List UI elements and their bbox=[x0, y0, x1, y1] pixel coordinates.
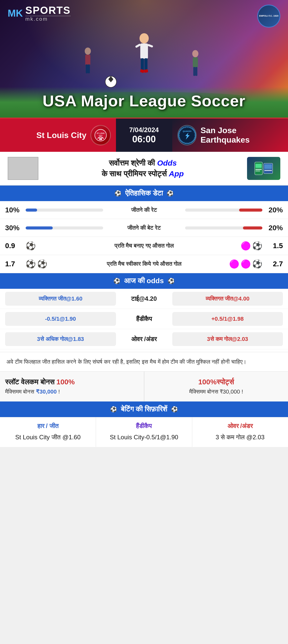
win-rate-bar-left bbox=[26, 209, 103, 212]
bonus-right-title: 100%स्पोर्ट्स bbox=[150, 378, 283, 386]
tie-odds-label[interactable]: टाई@4.20 bbox=[119, 295, 170, 302]
betting-rec-header: ⚽ बेटिंग की सिफ़ारिशें ⚽ bbox=[0, 401, 288, 417]
bonus-percent: 100% bbox=[56, 378, 75, 386]
svg-rect-32 bbox=[264, 170, 272, 171]
ball-blue-c1: ⚽ bbox=[26, 259, 36, 269]
under-odds-btn[interactable]: 3से कम गोल@2.03 bbox=[172, 332, 283, 346]
historical-section: ⚽ ऐतिहासिक डेटा ⚽ 10% जीतने की रेट 20% 3… bbox=[0, 186, 288, 273]
svg-rect-3 bbox=[135, 43, 141, 48]
ball-red-c3: ⚽ bbox=[252, 259, 262, 269]
svg-point-1 bbox=[140, 33, 149, 43]
match-header: St Louis City ST. LOUIS CITY 7/04/2024 0… bbox=[0, 119, 288, 152]
home-handicap-btn[interactable]: -0.5/1@1.90 bbox=[5, 312, 116, 326]
mk-letters: MK bbox=[8, 8, 23, 18]
description-box: अवे टीम फिलहाल जीत हासिल करने के लिए संघ… bbox=[0, 352, 288, 371]
bonus-left-title: स्लॉट वेलकम बोनस 100% bbox=[5, 378, 139, 386]
avg-goals-label: प्रति मैच बनाए गए औसत गोल bbox=[108, 243, 180, 249]
bet-win-rate-bar-left bbox=[26, 226, 103, 229]
home-win-odds-btn[interactable]: व्यक्तिगत जीत@1.60 bbox=[5, 292, 116, 306]
svg-rect-29 bbox=[255, 169, 262, 170]
svg-rect-2 bbox=[140, 43, 148, 59]
match-date: 7/04/2024 bbox=[129, 126, 159, 134]
promo-image-placeholder bbox=[8, 157, 38, 180]
hero-title: USA Major League Soccer bbox=[0, 92, 288, 110]
ball-icons-left-goals: ⚽ bbox=[26, 241, 108, 251]
svg-rect-6 bbox=[144, 58, 147, 71]
home-team-logo: ST. LOUIS CITY bbox=[90, 125, 111, 145]
avg-conceded-label: प्रति मैच स्वीकार किये गये औसत गोल bbox=[107, 261, 181, 267]
bonus-left[interactable]: स्लॉट वेलकम बोनस 100% मैक्सिमम बोनस ₹30,… bbox=[0, 371, 144, 401]
rec-columns-row: हार / जीत St Louis City जीत @1.60 हैंडीक… bbox=[0, 417, 288, 447]
svg-rect-28 bbox=[255, 164, 262, 168]
bet-win-rate-right-val: 20% bbox=[262, 224, 283, 232]
svg-rect-10 bbox=[85, 55, 90, 65]
promo-highlight: Odds bbox=[157, 159, 177, 167]
bonus-left-subtitle: मैक्सिमम बोनस ₹30,000 ! bbox=[5, 388, 139, 395]
ball-red-c1: 🔴 bbox=[229, 259, 239, 269]
handicap-label[interactable]: हैंडीकैप bbox=[119, 315, 170, 323]
player-decoration bbox=[0, 20, 288, 102]
bonus-right[interactable]: 100%स्पोर्ट्स मैक्सिमम बोनस ₹30,000 ! bbox=[144, 371, 288, 401]
bonus-section[interactable]: स्लॉट वेलकम बोनस 100% मैक्सिमम बोनस ₹30,… bbox=[0, 371, 288, 401]
historical-header: ⚽ ऐतिहासिक डेटा ⚽ bbox=[0, 186, 288, 201]
over-odds-btn[interactable]: 3से अधिक गोल@1.83 bbox=[5, 332, 116, 346]
sports-word: SPORTS bbox=[25, 5, 70, 16]
avg-goals-left-val: 0.9 bbox=[5, 242, 26, 250]
betting-rec-section: ⚽ बेटिंग की सिफ़ारिशें ⚽ हार / जीत St Lo… bbox=[0, 401, 288, 447]
promo-text-block: सर्वोत्तम श्रेणी की Odds के साथ प्रीमियर… bbox=[44, 158, 242, 179]
match-center: 7/04/2024 06:00 bbox=[116, 119, 172, 152]
avg-goals-conceded-row: 1.7 ⚽ ⚽ प्रति मैच स्वीकार किये गये औसत ग… bbox=[0, 255, 288, 273]
bet-win-rate-label: जीतने की बेट रेट bbox=[108, 225, 180, 231]
ball-icons-right-conceded: 🔴 🔴 ⚽ bbox=[181, 259, 262, 269]
svg-text:CITY: CITY bbox=[99, 135, 102, 136]
overunder-label[interactable]: ओवर /अंडर bbox=[119, 336, 170, 343]
ball-icons-right-goals: 🔴 ⚽ bbox=[180, 241, 263, 251]
avg-conceded-left-val: 1.7 bbox=[5, 260, 26, 268]
promo-app: App bbox=[169, 169, 184, 178]
ball-blue: ⚽ bbox=[26, 241, 36, 251]
bet-win-rate-fill-left bbox=[26, 226, 53, 229]
svg-rect-30 bbox=[255, 170, 260, 171]
win-rate-fill-right bbox=[239, 209, 262, 212]
description-text: अवे टीम फिलहाल जीत हासिल करने के लिए संघ… bbox=[6, 357, 282, 366]
promo-line1: सर्वोत्तम श्रेणी की bbox=[109, 159, 155, 167]
hero-banner: MK SPORTS mk.com EMPOLI F.C. 1920 bbox=[0, 0, 288, 118]
ball-red-1: 🔴 bbox=[241, 241, 251, 251]
svg-rect-22 bbox=[101, 138, 102, 140]
win-odds-row[interactable]: व्यक्तिगत जीत@1.60 टाई@4.20 व्यक्तिगत जी… bbox=[0, 289, 288, 309]
ball-icons-left-conceded: ⚽ ⚽ bbox=[26, 259, 107, 269]
promo-app-image bbox=[247, 157, 280, 180]
win-rate-bar-right bbox=[185, 209, 263, 212]
svg-rect-31 bbox=[264, 164, 272, 169]
away-handicap-btn[interactable]: +0.5/1@1.98 bbox=[172, 312, 283, 326]
rec-col-handicap: हैंडीकैप St Louis City-0.5/1@1.90 bbox=[96, 417, 192, 447]
svg-rect-14 bbox=[193, 57, 198, 67]
promo-banner[interactable]: सर्वोत्तम श्रेणी की Odds के साथ प्रीमियर… bbox=[0, 152, 288, 186]
odds-ball-left: ⚽ bbox=[113, 278, 120, 284]
overunder-odds-row[interactable]: 3से अधिक गोल@1.83 ओवर /अंडर 3से कम गोल@2… bbox=[0, 329, 288, 349]
away-win-odds-btn[interactable]: व्यक्तिगत जीत@4.00 bbox=[172, 292, 283, 306]
promo-hindi-text: सर्वोत्तम श्रेणी की Odds के साथ प्रीमियर… bbox=[44, 158, 242, 179]
odds-section: ⚽ आज की odds ⚽ व्यक्तिगत जीत@1.60 टाई@4.… bbox=[0, 273, 288, 352]
svg-text:QUAKES: QUAKES bbox=[183, 130, 191, 132]
svg-rect-11 bbox=[86, 64, 88, 73]
bet-win-rate-bar-right bbox=[185, 226, 263, 229]
rec-overunder-title: ओवर /अंडर bbox=[196, 422, 284, 430]
bet-win-rate-fill-right bbox=[243, 226, 262, 229]
rec-handicap-title: हैंडीकैप bbox=[100, 422, 188, 430]
odds-ball-right: ⚽ bbox=[168, 278, 175, 284]
bonus-slot-text: स्लॉट वेलकम बोनस bbox=[5, 378, 56, 386]
bet-win-rate-row: 30% जीतने की बेट रेट 20% bbox=[0, 219, 288, 237]
svg-rect-5 bbox=[141, 58, 144, 71]
away-team-section: QUAKES San Jose Earthquakes bbox=[172, 119, 288, 152]
svg-rect-15 bbox=[193, 67, 195, 76]
ball-icon-right: ⚽ bbox=[167, 190, 174, 197]
away-team-logo: QUAKES bbox=[177, 125, 197, 145]
betting-rec-title: बेटिंग की सिफ़ारिशें bbox=[121, 405, 167, 413]
handicap-odds-row[interactable]: -0.5/1@1.90 हैंडीकैप +0.5/1@1.98 bbox=[0, 309, 288, 329]
svg-point-13 bbox=[192, 50, 198, 57]
ball-red-2: ⚽ bbox=[252, 241, 262, 251]
svg-rect-12 bbox=[88, 64, 90, 73]
svg-rect-4 bbox=[147, 44, 153, 48]
rec-ball-right: ⚽ bbox=[171, 406, 178, 413]
